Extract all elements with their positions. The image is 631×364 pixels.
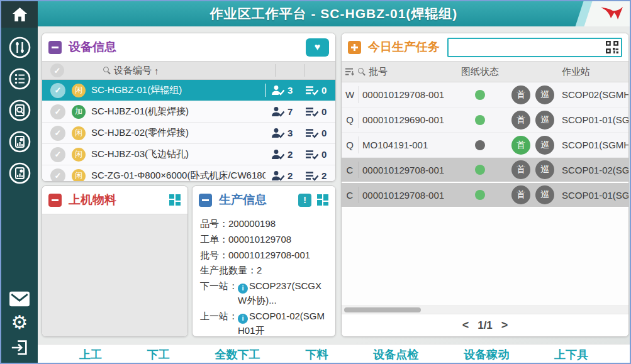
sort-filter-icon[interactable]: [345, 67, 355, 76]
report-chart-icon[interactable]: [8, 130, 31, 153]
unload-material-button[interactable]: 下料: [305, 347, 328, 362]
first-inspection-button[interactable]: 首: [511, 85, 530, 104]
station-column-header: 作业站: [558, 66, 628, 78]
company-logo: [598, 4, 625, 23]
equipment-name: SC-HGBZ-01(焊辊组): [91, 84, 265, 96]
patrol-inspection-button[interactable]: 巡: [535, 111, 554, 130]
field-work-order: 工单： 000010129708: [200, 233, 328, 246]
scrollbar-thumb[interactable]: [344, 307, 421, 312]
row-check-icon[interactable]: ✓: [50, 126, 65, 141]
qr-scan-icon[interactable]: [606, 41, 618, 53]
first-inspection-button[interactable]: 首: [511, 160, 530, 179]
first-inspection-button[interactable]: 首: [511, 185, 530, 204]
end-work-button[interactable]: 下工: [147, 347, 170, 362]
status-badge-idle: 闲: [72, 169, 86, 182]
task-row[interactable]: W 000010129708-001 首 巡 SCOP02(SGMH0...: [342, 82, 628, 108]
equipment-row[interactable]: ✓ 闲 SC-ZG-01-Φ800×6000(卧式机床/CW6180) 2 2: [42, 165, 335, 181]
batch-column-header[interactable]: 批号: [358, 66, 452, 78]
task-row[interactable]: C 000010129708-001 首 巡 SCOP01-02(SGM...: [342, 158, 628, 183]
operators-count: 2: [288, 149, 295, 160]
row-check-icon[interactable]: ✓: [50, 147, 65, 162]
row-check-icon[interactable]: ✓: [50, 83, 65, 98]
tasks-icon: [305, 85, 319, 96]
task-row[interactable]: Q MO104191-001 首 巡 SCOP01(SGMH0...: [342, 133, 628, 158]
patrol-inspection-button[interactable]: 巡: [535, 185, 554, 204]
task-list-icon[interactable]: [8, 67, 31, 91]
patrol-inspection-button[interactable]: 巡: [535, 85, 554, 104]
tasks-count: 2: [321, 170, 329, 181]
tasks-empty-area: [342, 208, 628, 306]
tasks-table-body: W 000010129708-001 首 巡 SCOP02(SGMH0... Q…: [342, 82, 628, 336]
tooling-button[interactable]: 上下具: [554, 347, 588, 362]
operators-count: 3: [288, 128, 295, 138]
home-button[interactable]: [1, 1, 38, 28]
equipment-row-selected[interactable]: ✓ 闲 SC-HGBZ-01(焊辊组) 3 0: [42, 80, 335, 101]
tasks-icon: [305, 170, 319, 181]
horizontal-scrollbar[interactable]: [342, 306, 628, 314]
task-type: Q: [342, 140, 358, 150]
tasks-panel-title: 今日生产任务: [368, 39, 440, 55]
equipment-counters: 7 0: [265, 105, 335, 118]
report-chart-2-icon[interactable]: [8, 162, 31, 185]
grid-layout-icon[interactable]: [317, 194, 329, 206]
start-work-button[interactable]: 上工: [79, 347, 102, 362]
tasks-count: 0: [321, 128, 329, 138]
grid-layout-icon[interactable]: [169, 194, 181, 206]
equipment-utilization-button[interactable]: 设备稼动: [464, 347, 509, 362]
equipment-row[interactable]: ✓ 闲 SC-HJBZ-03(飞边钻孔) 2 0: [42, 144, 335, 165]
task-row[interactable]: Q 000010129690-001 首 巡 SCOP01-01(SGM...: [342, 108, 628, 133]
document-search-icon[interactable]: [8, 99, 31, 122]
patrol-inspection-button[interactable]: 巡: [535, 160, 554, 179]
first-inspection-button[interactable]: 首: [511, 111, 530, 130]
page-indicator: 1/1: [477, 319, 493, 332]
drawing-status-dot: [475, 165, 485, 175]
field-batch-quantity: 生产批数量： 2: [200, 263, 328, 277]
task-row[interactable]: C 000010129708-001 首 巡 SCOP01-01(SGM...: [342, 183, 628, 208]
task-search-box: [447, 38, 622, 57]
collapse-minus-icon[interactable]: [48, 194, 62, 207]
drawing-status-dot: [475, 140, 485, 150]
equipment-name: SC-HJBZ-02(零件焊接): [91, 127, 265, 139]
task-station: SCOP01-02(SGM...: [558, 165, 628, 175]
favorite-heart-button[interactable]: ♥: [306, 38, 329, 57]
equipment-counters: 3 0: [265, 84, 335, 97]
settings-gear-icon[interactable]: ⚙: [11, 313, 28, 332]
expand-plus-icon[interactable]: [348, 41, 361, 54]
logout-icon[interactable]: [9, 338, 30, 356]
task-type: C: [342, 165, 358, 175]
info-icon[interactable]: i: [238, 314, 248, 324]
status-badge-idle: 闲: [72, 126, 86, 140]
alert-bubble-icon[interactable]: !: [298, 194, 311, 207]
collapse-minus-icon[interactable]: [48, 41, 62, 54]
materials-panel-title: 上机物料: [69, 192, 116, 208]
equipment-name: SC-HJBZ-01(机架焊接): [91, 106, 265, 118]
today-production-tasks-panel: 今日生产任务 批号 图纸状态 作业站: [341, 33, 629, 337]
task-batch: 000010129708-001: [358, 187, 452, 204]
patrol-inspection-button[interactable]: 巡: [535, 136, 554, 155]
drawing-status-dot: [475, 90, 485, 100]
operators-icon: [271, 128, 285, 138]
operators-icon: [271, 149, 285, 160]
row-check-icon[interactable]: ✓: [50, 168, 65, 182]
prev-page-button[interactable]: <: [462, 319, 469, 332]
equipment-info-panel: 设备信息 ♥ ✓ 设备编号 ↑ ✓ 闲 SC-HGBZ-01(焊辊组) 3: [42, 33, 336, 182]
task-batch: 000010129690-001: [358, 111, 452, 128]
info-icon[interactable]: i: [238, 284, 248, 294]
mail-icon[interactable]: [9, 290, 30, 307]
equipment-inspection-button[interactable]: 设备点检: [373, 347, 418, 362]
task-search-input[interactable]: [447, 38, 622, 57]
next-page-button[interactable]: >: [501, 319, 508, 332]
materials-panel: 上机物料: [42, 185, 188, 337]
equipment-row[interactable]: ✓ 闲 SC-HJBZ-02(零件焊接) 3 0: [42, 123, 335, 144]
row-check-icon[interactable]: ✓: [50, 104, 65, 119]
drawing-status-dot: [475, 190, 485, 200]
select-all-check-icon[interactable]: ✓: [50, 63, 64, 77]
equipment-row[interactable]: ✓ 加 SC-HJBZ-01(机架焊接) 7 0: [42, 101, 335, 123]
workstation-platform-window: ⚙ 作业区工作平台 - SC-HGBZ-01(焊辊组) 设备信息 ♥ ✓ 设备编…: [0, 0, 631, 364]
collapse-minus-icon[interactable]: [199, 194, 212, 207]
materials-panel-header: 上机物料: [42, 186, 187, 214]
equipment-number-column-header[interactable]: 设备编号 ↑: [103, 65, 159, 77]
end-all-work-button[interactable]: 全数下工: [215, 347, 260, 362]
first-inspection-button[interactable]: 首: [511, 136, 530, 155]
workflow-icon[interactable]: [8, 36, 31, 59]
